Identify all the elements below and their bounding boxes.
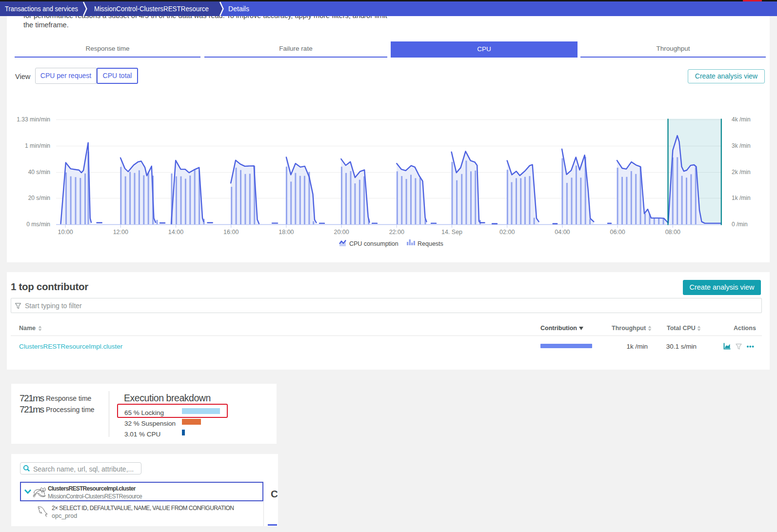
svg-text:20 s/min: 20 s/min <box>28 195 50 201</box>
svg-text:12:00: 12:00 <box>113 229 128 236</box>
svg-text:2k /min: 2k /min <box>732 169 751 176</box>
svg-text:1k /min: 1k /min <box>732 195 751 201</box>
svg-text:20:00: 20:00 <box>334 229 349 236</box>
svg-text:CPU consumption: CPU consumption <box>349 240 398 247</box>
svg-text:14:00: 14:00 <box>168 229 183 236</box>
svg-text:06:00: 06:00 <box>610 229 625 236</box>
svg-text:16:00: 16:00 <box>223 229 239 236</box>
svg-text:02:00: 02:00 <box>499 229 515 236</box>
svg-text:MissionControl-ClustersRESTRes: MissionControl-ClustersRESTResource <box>94 4 209 13</box>
svg-text:0 ms/min: 0 ms/min <box>26 221 50 228</box>
svg-text:22:00: 22:00 <box>389 229 404 236</box>
svg-text:10:00: 10:00 <box>58 229 73 236</box>
svg-text:1 min/min: 1 min/min <box>25 142 50 149</box>
svg-text:Transactions and services: Transactions and services <box>5 4 78 13</box>
svg-text:40 s/min: 40 s/min <box>28 169 50 176</box>
svg-text:08:00: 08:00 <box>665 229 680 236</box>
svg-text:18:00: 18:00 <box>279 229 294 236</box>
svg-text:3k /min: 3k /min <box>732 142 751 149</box>
svg-text:4k /min: 4k /min <box>732 116 751 123</box>
svg-text:04:00: 04:00 <box>555 229 570 236</box>
svg-text:Requests: Requests <box>418 240 443 247</box>
svg-text:1.33 min/min: 1.33 min/min <box>17 116 50 123</box>
svg-text:0 /min: 0 /min <box>732 221 748 228</box>
svg-text:14. Sep: 14. Sep <box>441 229 462 236</box>
svg-text:Details: Details <box>228 4 249 13</box>
